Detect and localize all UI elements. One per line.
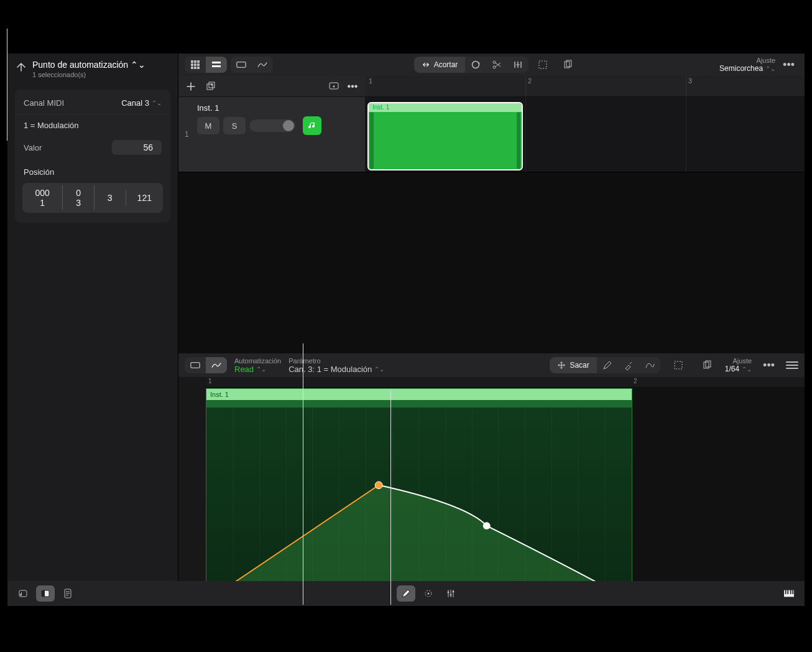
add-track-button[interactable] — [185, 80, 197, 93]
solo-button[interactable]: S — [223, 117, 246, 134]
region-view-button[interactable] — [231, 57, 252, 73]
position-input[interactable]: 0001 03 3 121 — [22, 183, 163, 213]
editor-region[interactable]: Inst. 1 — [206, 388, 632, 602]
editor-gutter — [178, 377, 206, 606]
chevron-updown-icon: ⌃⌄ — [152, 100, 162, 106]
loop-button[interactable] — [465, 57, 486, 73]
library-icon — [18, 589, 28, 598]
automation-touch-button[interactable] — [419, 585, 438, 602]
editor-ruler[interactable]: 1 2 — [206, 377, 805, 387]
midi-channel-row[interactable]: Canal MIDI Canal 3 ⌃⌄ — [15, 92, 170, 114]
pos-tick: 121 — [126, 193, 163, 203]
volume-slider[interactable] — [249, 119, 295, 132]
svg-rect-53 — [792, 590, 793, 594]
screen-icon — [329, 82, 339, 91]
svg-rect-5 — [197, 63, 200, 66]
svg-rect-9 — [212, 62, 221, 63]
library-button[interactable] — [14, 585, 32, 602]
value-input[interactable]: 56 — [112, 140, 162, 155]
marquee-button[interactable] — [532, 57, 553, 73]
mute-button[interactable]: M — [197, 117, 219, 134]
midi-region[interactable]: Inst. 1 — [367, 102, 523, 170]
sacar-button[interactable]: Sacar — [550, 357, 596, 373]
svg-point-46 — [448, 592, 450, 594]
editor-snap-setting[interactable]: Ajuste 1/64⌃⌄ — [725, 357, 752, 373]
svg-rect-15 — [539, 61, 547, 68]
list-icon — [211, 60, 221, 70]
ruler-tick: 2 — [528, 77, 532, 85]
midi-channel-select[interactable]: Canal 3 ⌃⌄ — [121, 98, 162, 108]
duplicate-track-button[interactable] — [205, 80, 217, 93]
more-button[interactable]: ••• — [779, 58, 798, 72]
svg-rect-40 — [19, 590, 27, 597]
automation-mode-value: Read — [234, 365, 254, 374]
keyboard-button[interactable] — [780, 585, 798, 602]
note-pad-button[interactable] — [58, 585, 77, 602]
sacar-label: Sacar — [570, 361, 589, 370]
snap-label: Ajuste — [719, 57, 775, 64]
acortar-button[interactable]: Acortar — [414, 57, 466, 73]
editor-canvas[interactable]: 1 2 Inst. 1 — [178, 377, 805, 606]
stretch-icon — [513, 60, 523, 70]
region-name: Inst. 1 — [369, 103, 522, 112]
svg-rect-8 — [197, 67, 200, 69]
move-icon — [557, 361, 566, 370]
pencil-tool-button[interactable] — [597, 357, 618, 373]
svg-point-48 — [453, 591, 454, 593]
automation-point-selected[interactable] — [375, 482, 382, 489]
draw-mode-button[interactable] — [397, 585, 415, 602]
region-left-handle[interactable] — [370, 112, 374, 169]
screencast-button[interactable] — [328, 80, 340, 93]
edit-tools-group: Acortar — [414, 57, 529, 73]
brush-tool-button[interactable] — [618, 357, 639, 373]
inspector-panel: Punto de automatización ⌃⌄ 1 seleccionad… — [7, 54, 178, 606]
mixer-button[interactable] — [441, 585, 460, 602]
svg-rect-1 — [194, 60, 196, 63]
app-window: Punto de automatización ⌃⌄ 1 seleccionad… — [7, 54, 805, 606]
editor-automation-mode[interactable] — [206, 357, 227, 373]
ruler-tick: 3 — [688, 77, 692, 85]
pos-beat: 3 — [63, 198, 94, 208]
pos-bar: 1 — [22, 198, 62, 208]
split-button[interactable] — [486, 57, 507, 73]
snap-setting[interactable]: Ajuste Semicorchea⌃⌄ — [719, 57, 775, 73]
svg-rect-6 — [191, 67, 193, 69]
region-right-handle[interactable] — [517, 112, 520, 169]
tracks-toolbar: Acortar Ajuste Semicorchea⌃⌄ ••• — [178, 54, 805, 76]
inspector-toggle-button[interactable] — [36, 585, 55, 602]
editor-copy-button[interactable] — [696, 357, 717, 373]
automation-curve[interactable] — [206, 408, 632, 602]
svg-point-12 — [473, 62, 479, 68]
track-more-button[interactable]: ••• — [346, 80, 359, 93]
automation-view-button[interactable] — [252, 57, 273, 73]
pos-div: 3 — [95, 193, 126, 203]
automation-mode-select[interactable]: Automatización Read⌃⌄ — [234, 356, 281, 374]
track-header-sidebar: ••• 1 Inst. 1 M S — [178, 76, 365, 172]
arrange-timeline[interactable]: 1 2 3 Inst. 1 — [365, 76, 805, 172]
curve-tool-button[interactable] — [639, 357, 660, 373]
track-number: 1 — [185, 130, 197, 139]
list-view-button[interactable] — [206, 57, 227, 73]
editor-menu-button[interactable] — [786, 361, 798, 369]
grid-view-button[interactable] — [185, 57, 206, 73]
editor-marquee-button[interactable] — [668, 357, 689, 373]
stretch-button[interactable] — [507, 57, 528, 73]
editor-region-mode[interactable] — [185, 357, 206, 373]
inspector-title-row[interactable]: Punto de automatización ⌃⌄ — [32, 60, 170, 70]
track-row[interactable]: 1 Inst. 1 M S — [178, 97, 365, 172]
value-row: Valor 56 — [15, 134, 170, 161]
editor-more-button[interactable]: ••• — [759, 359, 778, 372]
pos-bar-pad: 000 — [22, 188, 62, 198]
back-button[interactable] — [15, 61, 27, 73]
slider-knob[interactable] — [283, 120, 294, 131]
svg-rect-3 — [191, 63, 193, 66]
instrument-icon-button[interactable] — [303, 116, 321, 135]
loop-icon — [471, 60, 481, 70]
automation-mode-label: Automatización — [234, 356, 281, 365]
arrange-ruler[interactable]: 1 2 3 — [365, 76, 805, 97]
automation-point[interactable] — [483, 522, 491, 529]
copy-button[interactable] — [557, 57, 578, 73]
svg-rect-0 — [191, 60, 193, 63]
svg-point-47 — [450, 594, 452, 596]
notepad-icon — [63, 589, 73, 598]
